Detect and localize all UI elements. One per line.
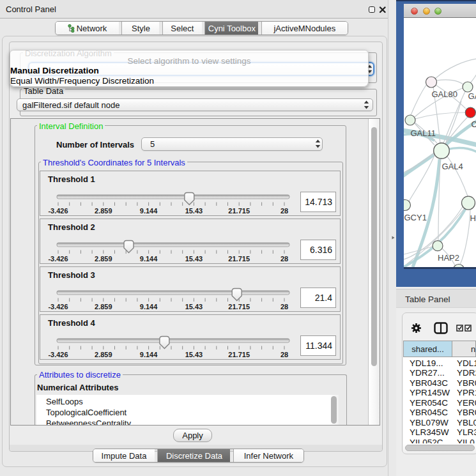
svg-text:-3.426: -3.426 [48, 351, 68, 358]
svg-text:GCY1: GCY1 [404, 213, 427, 222]
svg-text:HAP2: HAP2 [438, 253, 459, 263]
svg-text:15.43: 15.43 [185, 255, 203, 263]
svg-text:9.144: 9.144 [140, 207, 158, 215]
svg-text:15.43: 15.43 [185, 351, 203, 358]
svg-text:GAL11: GAL11 [411, 128, 436, 138]
svg-text:9.144: 9.144 [140, 255, 158, 263]
svg-text:15.43: 15.43 [185, 207, 203, 215]
svg-text:H: H [470, 213, 476, 223]
svg-text:GAL4: GAL4 [442, 162, 463, 171]
svg-text:2.859: 2.859 [95, 207, 112, 215]
svg-text:21.715: 21.715 [228, 351, 250, 358]
svg-text:21.715: 21.715 [228, 255, 250, 263]
svg-text:-3.426: -3.426 [48, 207, 68, 215]
svg-text:15.43: 15.43 [185, 303, 203, 311]
svg-text:9.144: 9.144 [140, 351, 158, 358]
svg-text:21.715: 21.715 [228, 207, 250, 215]
svg-text:28: 28 [280, 207, 288, 215]
svg-text:-3.426: -3.426 [48, 255, 68, 263]
svg-text:GA: GA [468, 91, 476, 101]
svg-text:2.859: 2.859 [95, 351, 112, 358]
svg-text:-3.426: -3.426 [48, 303, 68, 311]
svg-text:C: C [472, 119, 476, 129]
svg-text:21.715: 21.715 [228, 303, 250, 311]
svg-text:2.859: 2.859 [95, 255, 112, 263]
svg-text:28: 28 [280, 351, 288, 358]
svg-text:9.144: 9.144 [140, 303, 158, 311]
svg-text:2.859: 2.859 [95, 303, 112, 311]
svg-text:28: 28 [280, 303, 288, 311]
svg-text:28: 28 [280, 255, 288, 263]
svg-text:GAL80: GAL80 [432, 89, 457, 99]
